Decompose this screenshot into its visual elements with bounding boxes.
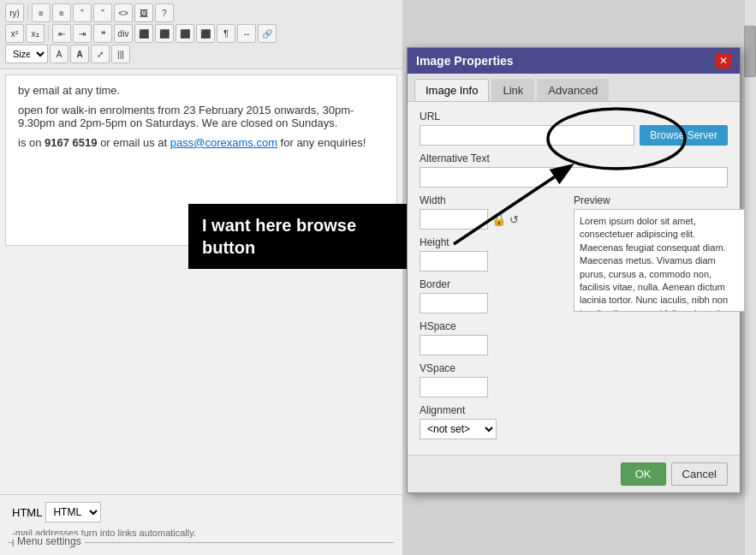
preview-section: Preview Lorem ipsum dolor sit amet, cons… — [574, 194, 745, 446]
reset-icon[interactable]: ↺ — [509, 213, 519, 226]
alignment-select-row: <not set> — [420, 419, 565, 439]
annotation-text: I want here browse button — [202, 216, 356, 257]
tb-btn-align2[interactable]: ⬛ — [155, 24, 174, 43]
image-properties-dialog: Image Properties ✕ Image Info Link Advan… — [407, 47, 741, 493]
tb-btn-para[interactable]: ¶ — [217, 24, 235, 43]
url-input[interactable] — [420, 125, 634, 146]
width-row: Width 🔒 ↺ — [420, 194, 565, 230]
height-row: Height — [420, 236, 565, 272]
browse-server-button[interactable]: Browse Server — [640, 125, 728, 146]
vspace-label: VSpace — [420, 362, 565, 374]
tb-btn-link[interactable]: 🔗 — [258, 24, 277, 43]
tb-btn-fontbig[interactable]: A — [70, 45, 89, 63]
toolbar-separator-2 — [48, 26, 49, 41]
tb-btn-indent2[interactable]: ⇥ — [73, 24, 92, 43]
size-select[interactable]: Size — [5, 45, 48, 63]
url-input-row: Browse Server — [420, 125, 728, 146]
menu-settings-label: Menu settings — [14, 535, 85, 547]
tb-btn-blockquote[interactable]: ❝ — [93, 24, 112, 43]
toolbar-row-3: Size A A ⤢ ||| — [5, 45, 397, 63]
tab-image-info[interactable]: Image Info — [414, 79, 489, 101]
tab-advanced[interactable]: Advanced — [537, 79, 609, 101]
dialog-body: URL Browse Server Alternative Text Width… — [408, 102, 740, 455]
hspace-row: HSpace — [420, 320, 565, 355]
html-select-row: HTML HTML — [12, 502, 390, 522]
dialog-title: Image Properties — [416, 54, 514, 68]
border-row: Border — [420, 278, 565, 313]
toolbar-row-2: x² x₂ ⇤ ⇥ ❝ div ⬛ ⬛ ⬛ ⬛ ¶ ↔ 🔗 — [5, 24, 397, 43]
lock-icon[interactable]: 🔒 — [491, 212, 506, 226]
left-right-area: Width 🔒 ↺ Height Border — [420, 194, 728, 446]
tb-btn-source[interactable]: ||| — [111, 45, 130, 63]
dialog-tabs: Image Info Link Advanced — [408, 74, 740, 102]
dialog-close-button[interactable]: ✕ — [716, 53, 731, 69]
tb-btn-fontsize[interactable]: A — [50, 45, 68, 63]
toolbar-row-1: ry) ≡ ≡ " " <> 🖼 ? — [5, 3, 397, 22]
editor-paragraph-1: by email at any time. — [18, 84, 384, 97]
scrollbar-thumb[interactable] — [744, 26, 756, 77]
tb-btn-div[interactable]: div — [114, 24, 133, 43]
alignment-select[interactable]: <not set> — [420, 419, 497, 439]
tb-btn-img[interactable]: 🖼 — [134, 3, 153, 22]
hspace-label: HSpace — [420, 320, 565, 332]
tb-btn-help[interactable]: ? — [155, 3, 174, 22]
annotation-overlay: I want here browse button — [188, 204, 411, 269]
height-input[interactable] — [420, 251, 488, 272]
alignment-row: Alignment <not set> — [420, 404, 565, 439]
border-label: Border — [420, 278, 565, 290]
toolbar-separator — [27, 5, 28, 21]
preview-text: Lorem ipsum dolor sit amet, consectetuer… — [580, 216, 735, 312]
editor-background: ry) ≡ ≡ " " <> 🖼 ? x² x₂ ⇤ ⇥ ❝ div ⬛ ⬛ ⬛… — [0, 0, 402, 555]
alt-text-label: Alternative Text — [420, 152, 728, 164]
tb-btn-align3[interactable]: ⬛ — [176, 24, 194, 43]
ok-button[interactable]: OK — [621, 462, 666, 486]
border-input[interactable] — [420, 293, 488, 313]
tb-btn[interactable]: ry) — [5, 3, 24, 22]
width-input[interactable] — [420, 209, 488, 230]
dialog-titlebar: Image Properties ✕ — [408, 48, 740, 74]
alt-text-input[interactable] — [420, 167, 728, 188]
width-label: Width — [420, 194, 565, 206]
editor-toolbar: ry) ≡ ≡ " " <> 🖼 ? x² x₂ ⇤ ⇥ ❝ div ⬛ ⬛ ⬛… — [0, 0, 402, 69]
tb-btn-quote2[interactable]: " — [93, 3, 112, 22]
tb-btn-list1[interactable]: ≡ — [32, 3, 51, 22]
email-link[interactable]: pass@corexams.com — [170, 136, 277, 149]
tb-btn-sub[interactable]: x² — [5, 24, 24, 43]
vspace-input[interactable] — [420, 377, 488, 397]
editor-paragraph-2: open for walk-in enrolments from 23 Febr… — [18, 104, 384, 129]
left-fields: Width 🔒 ↺ Height Border — [420, 194, 565, 446]
tb-btn-quote1[interactable]: " — [73, 3, 92, 22]
tb-btn-sup[interactable]: x₂ — [26, 24, 45, 43]
tb-btn-bidi[interactable]: ↔ — [237, 24, 256, 43]
url-field-row: URL Browse Server — [420, 110, 728, 146]
tab-link[interactable]: Link — [491, 79, 534, 101]
cancel-button[interactable]: Cancel — [671, 462, 728, 486]
tb-btn-indent1[interactable]: ⇤ — [52, 24, 71, 43]
html-label: HTML — [12, 506, 42, 519]
tb-btn-code[interactable]: <> — [114, 3, 133, 22]
editor-paragraph-3: is on 9167 6519 or email us at pass@core… — [18, 136, 384, 149]
tb-btn-list2[interactable]: ≡ — [52, 3, 71, 22]
menu-settings-bar: Menu settings — [0, 529, 402, 555]
alignment-label: Alignment — [420, 404, 565, 416]
html-format-select[interactable]: HTML — [45, 502, 101, 522]
page-scrollbar[interactable] — [744, 0, 756, 555]
preview-box: Lorem ipsum dolor sit amet, consectetuer… — [574, 209, 745, 312]
url-label: URL — [420, 110, 728, 122]
tb-btn-expand[interactable]: ⤢ — [91, 45, 110, 63]
dialog-footer: OK Cancel — [408, 455, 740, 492]
hspace-input[interactable] — [420, 335, 488, 355]
alt-text-row: Alternative Text — [420, 152, 728, 188]
tb-btn-align4[interactable]: ⬛ — [196, 24, 215, 43]
tb-btn-align1[interactable]: ⬛ — [134, 24, 153, 43]
vspace-row: VSpace — [420, 362, 565, 397]
height-label: Height — [420, 236, 565, 248]
preview-label: Preview — [574, 194, 745, 206]
